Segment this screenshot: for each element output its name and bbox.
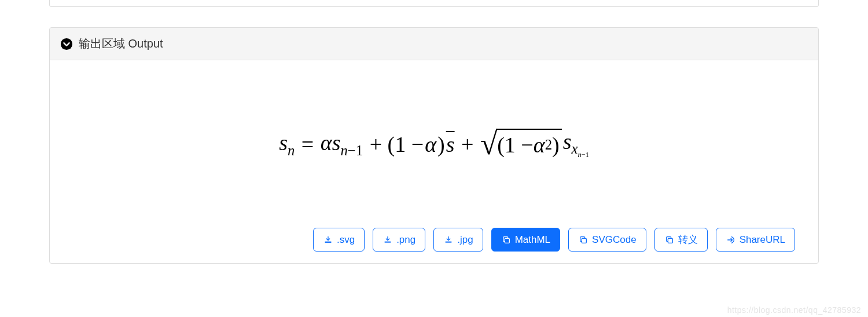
share-url-button[interactable]: ShareURL: [716, 228, 795, 252]
copy-icon: [664, 235, 675, 245]
button-label: SVGCode: [592, 234, 637, 246]
button-label: .png: [396, 234, 415, 246]
download-jpg-button[interactable]: .jpg: [433, 228, 483, 252]
button-label: MathML: [515, 234, 550, 246]
circle-down-arrow-icon: [60, 38, 73, 50]
previous-panel-bottom-edge: [49, 0, 819, 7]
export-button-row: .svg .png .jpg MathML: [73, 216, 795, 252]
copy-svgcode-button[interactable]: SVGCode: [568, 228, 646, 252]
copy-escape-button[interactable]: 转义: [654, 228, 708, 252]
button-label: .svg: [337, 234, 355, 246]
button-label: ShareURL: [740, 234, 785, 246]
formula-display-area: sn = αsn−1 + (1 − α) s + √ (1 − α2) sxn−…: [73, 83, 795, 216]
svg-rect-2: [385, 241, 391, 242]
svg-rect-4: [505, 238, 509, 243]
download-svg-button[interactable]: .svg: [313, 228, 365, 252]
svg-rect-1: [325, 241, 332, 242]
output-panel-body: sn = αsn−1 + (1 − α) s + √ (1 − α2) sxn−…: [50, 60, 818, 263]
copy-icon: [501, 235, 512, 245]
copy-icon: [578, 235, 589, 245]
button-label: 转义: [678, 233, 698, 246]
share-icon: [726, 235, 736, 245]
rendered-formula: sn = αsn−1 + (1 − α) s + √ (1 − α2) sxn−…: [279, 129, 589, 160]
button-label: .jpg: [457, 234, 473, 246]
output-panel: 输出区域 Output sn = αsn−1 + (1 − α) s + √ (…: [49, 27, 819, 264]
svg-rect-6: [668, 238, 672, 243]
download-icon: [382, 235, 393, 245]
svg-rect-3: [446, 241, 452, 242]
watermark-text: https://blog.csdn.net/qq_42785932: [727, 305, 861, 315]
output-panel-header[interactable]: 输出区域 Output: [50, 28, 818, 60]
svg-point-0: [61, 38, 72, 49]
download-icon: [443, 235, 454, 245]
copy-mathml-button[interactable]: MathML: [491, 228, 560, 252]
output-panel-title: 输出区域 Output: [79, 36, 163, 52]
download-icon: [323, 235, 333, 245]
svg-rect-5: [582, 238, 586, 243]
download-png-button[interactable]: .png: [373, 228, 425, 252]
